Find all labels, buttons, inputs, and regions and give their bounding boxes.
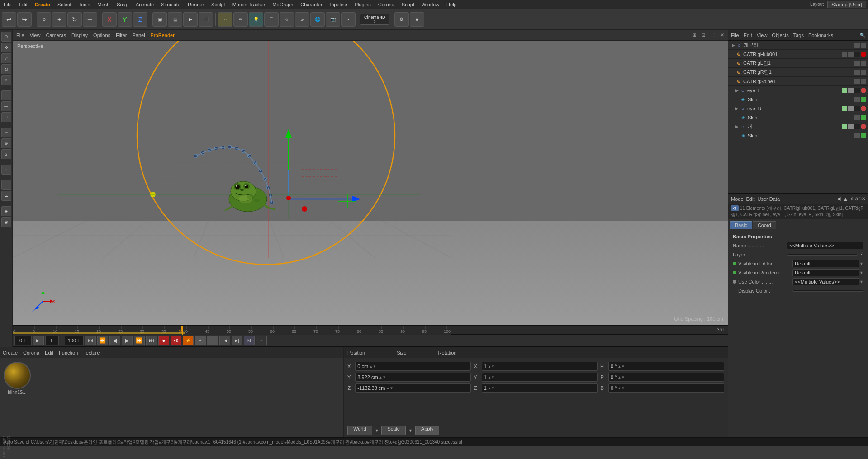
viewport[interactable]: Perspective xyxy=(13,41,728,325)
coord-y-rot[interactable]: 0 °▲▼ xyxy=(608,373,724,382)
mat-create-tab[interactable]: Create xyxy=(3,350,18,355)
obj-bookmarks-tab[interactable]: Bookmarks xyxy=(808,33,833,38)
pen-btn[interactable]: ✏ xyxy=(233,12,248,27)
menu-character[interactable]: Character xyxy=(297,2,326,7)
menu-animate[interactable]: Animate xyxy=(132,2,157,7)
mat-texture-tab[interactable]: Texture xyxy=(83,350,100,355)
obj-row-skin2[interactable]: ◈ Skin xyxy=(728,113,868,122)
sky-tool[interactable]: ☁ xyxy=(1,191,11,201)
edges-mode[interactable]: — xyxy=(1,101,11,111)
new-object-btn[interactable]: + xyxy=(52,12,66,27)
measure-tool[interactable]: ⌐ xyxy=(1,165,11,175)
scene-btn[interactable]: 🌐 xyxy=(310,12,325,27)
motion-path-btn[interactable]: M xyxy=(244,336,255,345)
obj-objects-tab[interactable]: Objects xyxy=(772,33,788,38)
coord-y-pos[interactable]: 8.922 cm▲▼ xyxy=(355,373,471,382)
menu-script[interactable]: Script xyxy=(398,2,418,7)
scale-dropdown-arrow[interactable]: ▼ xyxy=(408,428,413,433)
z-axis-btn[interactable]: Z xyxy=(133,12,147,27)
camera-btn[interactable]: 📷 xyxy=(326,12,340,27)
nurbs-btn[interactable]: ⌾ xyxy=(280,12,294,27)
obj-row-skin1[interactable]: ◈ Skin xyxy=(728,95,868,104)
menu-plugins[interactable]: Plugins xyxy=(351,2,375,7)
fast-back-btn[interactable]: ⏮ xyxy=(85,336,96,345)
vp-filter-btn[interactable]: Filter xyxy=(116,33,127,38)
attr-edit-tab[interactable]: Edit xyxy=(746,196,755,202)
vp-options-btn[interactable]: Options xyxy=(93,33,110,38)
attr-userdata-tab[interactable]: User Data xyxy=(758,196,780,202)
coord-z-rot[interactable]: 0 °▲▼ xyxy=(608,383,724,393)
obj-row-frog[interactable]: ▶ ○ 개구리 xyxy=(728,41,868,50)
del-keyframe-btn[interactable]: - xyxy=(207,336,218,345)
x-axis-btn[interactable]: X xyxy=(102,12,117,27)
extra-btn1[interactable]: ◈ xyxy=(1,206,11,216)
attr-up-arrow[interactable]: ▲ xyxy=(843,196,848,202)
menu-mesh[interactable]: Mesh xyxy=(94,2,113,7)
render-to-po-btn[interactable]: ⬛ xyxy=(199,12,213,27)
obj-row-skin3[interactable]: ◈ Skin xyxy=(728,131,868,140)
magnet-tool[interactable]: $ xyxy=(1,149,11,159)
floor-tool[interactable]: ⊏ xyxy=(1,180,11,190)
attr-layer-value[interactable] xyxy=(787,254,858,256)
coord-x-rot[interactable]: 0 °▲▼ xyxy=(608,362,724,371)
next-key-btn[interactable]: ▶| xyxy=(232,336,242,345)
vp-icon1[interactable]: ⊞ xyxy=(693,33,696,38)
attr-name-value[interactable]: <<Multiple Values>> xyxy=(787,242,863,249)
rotate-tool[interactable]: ↻ xyxy=(1,64,11,74)
vp-view-btn[interactable]: View xyxy=(30,33,41,38)
layout-selector[interactable]: Startup [User] xyxy=(827,1,866,8)
scale-btn[interactable]: Scale xyxy=(381,426,406,435)
menu-pipeline[interactable]: Pipeline xyxy=(326,2,351,7)
current-frame-input[interactable] xyxy=(14,336,32,345)
light-btn[interactable]: 💡 xyxy=(249,12,263,27)
world-dropdown-arrow[interactable]: ▼ xyxy=(375,428,379,433)
obj-row-catl[interactable]: ⊕ CATRigL림1 xyxy=(728,59,868,68)
play-back-btn[interactable]: ◀ xyxy=(109,336,120,345)
menu-create[interactable]: Create xyxy=(31,2,54,7)
menu-edit[interactable]: Edit xyxy=(15,2,31,7)
menu-motion-tracker[interactable]: Motion Tracker xyxy=(229,2,269,7)
loop-sel[interactable]: ⊕ xyxy=(1,138,11,148)
undo-btn[interactable]: ↩ xyxy=(2,12,16,27)
deform-btn[interactable]: ⌀ xyxy=(295,12,309,27)
apply-button[interactable]: Apply xyxy=(415,426,440,435)
vp-file-btn[interactable]: File xyxy=(16,33,24,38)
attr-layer-icon[interactable]: ⊡ xyxy=(859,251,863,257)
obj-tags-tab[interactable]: Tags xyxy=(793,33,804,38)
material-thumbnail[interactable] xyxy=(4,362,31,389)
coord-x-size[interactable]: 1▲▼ xyxy=(482,362,598,371)
menu-window[interactable]: Window xyxy=(418,2,443,7)
obj-row-catspine[interactable]: ⊕ CATRigSpine1 xyxy=(728,77,868,86)
step-fwd-btn[interactable]: ⏩ xyxy=(134,336,145,345)
vp-display-btn[interactable]: Display xyxy=(71,33,88,38)
obj-btn[interactable]: ○ xyxy=(218,12,232,27)
menu-file[interactable]: File xyxy=(0,2,15,7)
obj-row-eyel[interactable]: ▶ ○ eye_L xyxy=(728,86,868,95)
menu-simulate[interactable]: Simulate xyxy=(157,2,184,7)
live-select-btn[interactable]: ⊙ xyxy=(37,12,51,27)
vp-icon3[interactable]: ⛶ xyxy=(711,33,715,38)
obj-row-catr[interactable]: ⊕ CATRigR림1 xyxy=(728,68,868,77)
coord-x-pos[interactable]: 0 cm▲▼ xyxy=(355,362,471,371)
record-btn[interactable]: ● xyxy=(158,336,169,345)
attr-mode-tab[interactable]: Mode xyxy=(731,196,744,202)
move-btn[interactable]: ✛ xyxy=(83,12,97,27)
obj-row-cathub[interactable]: ⊕ CATRigHub001 xyxy=(728,50,868,59)
render-settings-btn[interactable]: ▣ xyxy=(152,12,167,27)
attr-left-arrow[interactable]: ◀ xyxy=(837,196,840,202)
mat-function-tab[interactable]: Function xyxy=(59,350,78,355)
prev-key-btn[interactable]: |◀ xyxy=(219,336,230,345)
select-btn[interactable]: ⊙ xyxy=(1,32,11,42)
attr-icons[interactable]: ⊕⊘⊖✕ xyxy=(851,196,865,201)
fast-fwd-btn[interactable]: ⏭ xyxy=(146,336,157,345)
frame-step-btn[interactable]: ▶| xyxy=(33,336,44,345)
vp-cameras-btn[interactable]: Cameras xyxy=(46,33,66,38)
attr-coord-tab[interactable]: Coord xyxy=(753,221,776,229)
menu-sculpt[interactable]: Sculpt xyxy=(208,2,229,7)
attr-visible-render-value[interactable]: Default xyxy=(792,269,859,276)
menu-mograph[interactable]: MoGraph xyxy=(269,2,297,7)
keyframe-btn[interactable]: + xyxy=(195,336,206,345)
polys-mode[interactable]: □ xyxy=(1,112,11,122)
menu-tools[interactable]: Tools xyxy=(75,2,94,7)
world-btn[interactable]: World xyxy=(347,426,372,435)
